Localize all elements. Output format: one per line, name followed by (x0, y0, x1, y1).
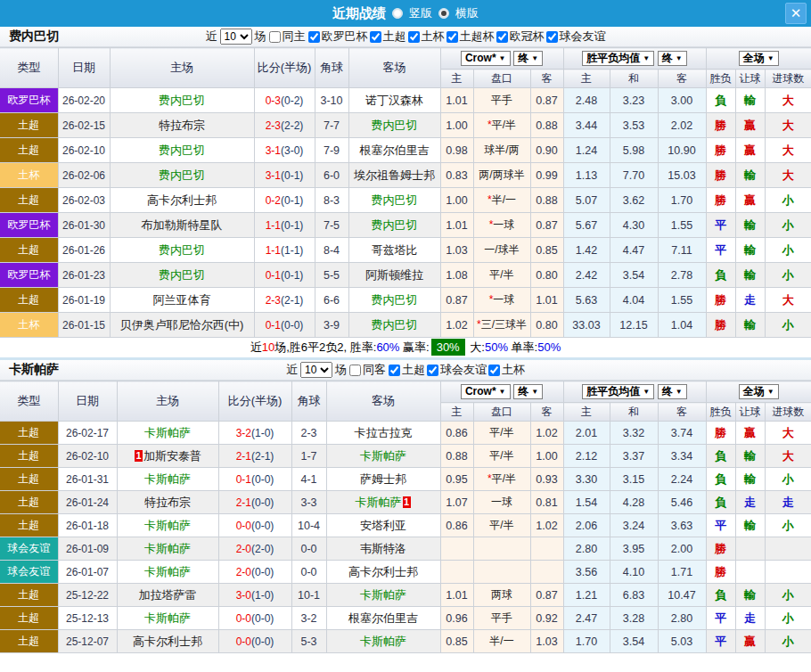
layout-vertical-label[interactable]: 竖版 (409, 5, 432, 21)
fulltime-dropdown[interactable]: 全场▼ (739, 51, 779, 66)
dropdown-arrow-icon: ▼ (499, 54, 506, 62)
handicap-line: 平手 (473, 607, 530, 630)
result-handicap: 走 (735, 288, 765, 313)
league-checkbox[interactable] (427, 365, 438, 376)
odds-company-dropdown[interactable]: Crow*▼ (461, 384, 511, 399)
home-team: 布加勒斯特星队 (110, 213, 254, 238)
league-filter[interactable]: 土杯 (408, 29, 445, 45)
wdl-average-dropdown[interactable]: 胜平负均值▼ (582, 384, 654, 399)
home-team-name: 卡斯帕萨 (144, 542, 191, 555)
league-checkbox[interactable] (370, 31, 381, 43)
corner-count: 4-1 (291, 468, 326, 491)
recent-count-select[interactable]: 10 (300, 362, 332, 378)
result-wdl: 負 (706, 263, 735, 288)
away-team: 根塞尔伯里吉 (326, 607, 440, 630)
league-filter[interactable]: 土超 (370, 29, 406, 45)
odds-final-dropdown[interactable]: 终▼ (513, 51, 543, 66)
league-checkbox[interactable] (408, 31, 420, 43)
avg-away-odds: 3.74 (658, 422, 706, 445)
half-score: (0-0) (251, 496, 274, 509)
league-filters: 欧罗巴杯土超土杯土超杯欧冠杯球会友谊 (308, 29, 606, 45)
layout-vertical-radio[interactable] (392, 8, 403, 19)
away-odds: 1.00 (530, 445, 563, 468)
away-team-name: 费内巴切 (372, 193, 418, 207)
home-team: 卡斯帕萨 (117, 468, 218, 491)
col-result-goals: 进球数 (765, 403, 811, 422)
full-score: 0-1 (266, 269, 281, 282)
odds-final-label: 终 (518, 51, 528, 66)
same-venue-checkbox[interactable] (269, 31, 281, 43)
close-button[interactable]: ✕ (785, 3, 807, 24)
home-team-name: 布加勒斯特星队 (142, 218, 223, 232)
result-wdl: 勝 (706, 537, 735, 561)
avg-draw-odds: 3.24 (610, 514, 658, 537)
star-mark: * (477, 318, 481, 331)
wdl-final-dropdown[interactable]: 终▼ (658, 384, 687, 399)
same-venue-filter[interactable]: 同客 (349, 362, 386, 378)
odds-company-dropdown[interactable]: Crow*▼ (461, 51, 511, 66)
league-filter[interactable]: 土杯 (488, 362, 525, 378)
avg-draw-odds: 4.10 (610, 561, 658, 584)
league-checkbox[interactable] (488, 365, 500, 376)
layout-horizontal-radio[interactable] (438, 8, 449, 19)
league-checkbox[interactable] (496, 31, 508, 43)
fulltime-dropdown[interactable]: 全场▼ (739, 384, 779, 399)
full-score: 2-1 (236, 450, 251, 463)
home-team-name: 阿兰亚体育 (153, 293, 211, 307)
match-row: 土超26-02-10费内巴切3-1(3-0)7-9根塞尔伯里吉0.98球半/两0… (0, 138, 811, 163)
result-goals: 小 (765, 238, 811, 263)
section-header-home-team: 费内巴切 近 10 场 同主 欧罗巴杯土超土杯土超杯欧冠杯球会友谊 (0, 27, 811, 47)
odds-final-dropdown[interactable]: 终▼ (513, 384, 543, 399)
full-score: 2-3 (266, 119, 281, 132)
league-filter[interactable]: 土超杯 (446, 29, 495, 45)
fulltime-label: 全场 (743, 51, 765, 66)
match-type-badge: 球会友谊 (0, 561, 58, 584)
wdl-final-dropdown[interactable]: 终▼ (658, 51, 687, 66)
league-filter[interactable]: 球会友谊 (427, 362, 487, 378)
star-mark: * (487, 119, 492, 131)
league-filter[interactable]: 欧罗巴杯 (308, 29, 368, 45)
match-score: 0-2(0-1) (254, 188, 315, 213)
result-handicap: 走 (735, 491, 765, 514)
summary-part: 场,胜6平2负2, 胜率: (274, 340, 376, 354)
wdl-average-dropdown[interactable]: 胜平负均值▼ (582, 51, 654, 66)
home-team: 阿兰亚体育 (110, 288, 254, 313)
home-odds: 0.88 (440, 445, 473, 468)
match-row: 球会友谊26-01-09卡斯帕萨2-0(2-0)0-0韦斯特洛2.803.952… (0, 537, 811, 561)
league-checkbox[interactable] (389, 365, 400, 376)
away-team-name: 根塞尔伯里吉 (360, 143, 430, 157)
avg-draw-odds: 3.62 (610, 188, 658, 213)
match-type-badge: 土超 (0, 113, 58, 138)
league-checkbox[interactable] (308, 31, 320, 43)
same-venue-checkbox[interactable] (349, 365, 361, 376)
col-away: 客场 (326, 381, 440, 422)
result-handicap: 輸 (735, 584, 765, 607)
league-checkbox[interactable] (446, 31, 458, 43)
league-filter[interactable]: 土超 (389, 362, 425, 378)
home-team: 贝伊奥卢耶尼恰尔西(中) (110, 313, 254, 338)
league-filter[interactable]: 欧冠杯 (496, 29, 545, 45)
layout-horizontal-label[interactable]: 横版 (455, 5, 479, 21)
result-goals: 大 (765, 445, 811, 468)
near-label: 近 (206, 29, 217, 45)
col-result-wdl: 胜负 (706, 70, 735, 88)
result-goals: 大 (765, 163, 811, 188)
half-score: (0-0) (251, 566, 274, 578)
league-checkbox[interactable] (546, 31, 558, 43)
result-goals: 大 (765, 113, 811, 138)
match-score: 2-3(2-1) (254, 288, 315, 313)
col-result-handicap: 让球 (735, 403, 765, 422)
result-handicap: 輸 (735, 468, 765, 491)
league-filter[interactable]: 球会友谊 (546, 29, 606, 45)
avg-home-odds: 2.47 (563, 607, 610, 630)
handicap-line: 两球 (473, 584, 530, 607)
avg-home-odds: 2.01 (563, 422, 610, 445)
avg-away-odds: 1.55 (658, 213, 706, 238)
match-type-badge: 欧罗巴杯 (0, 88, 58, 113)
odds-company-label: Crow* (465, 52, 496, 64)
recent-count-select[interactable]: 10 (220, 29, 252, 45)
same-venue-filter[interactable]: 同主 (269, 29, 306, 45)
half-score: (2-1) (251, 450, 274, 463)
match-score: 1-1(1-1) (254, 238, 315, 263)
result-handicap: 贏 (735, 422, 765, 445)
